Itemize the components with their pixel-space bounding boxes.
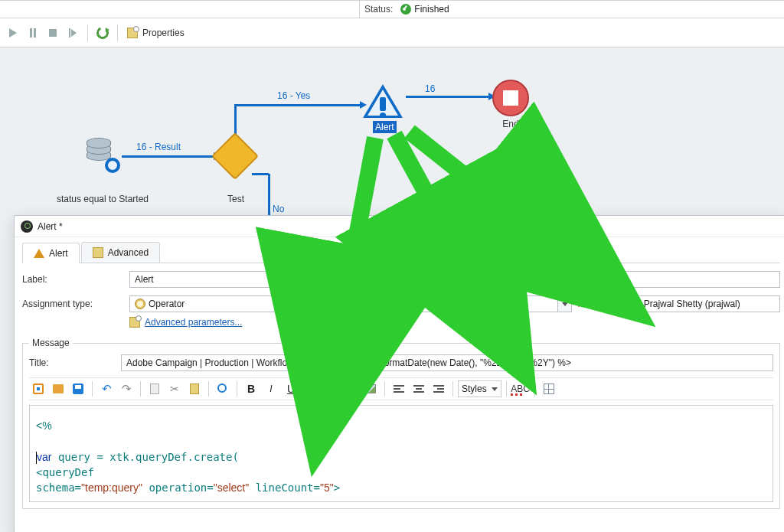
paste-button[interactable] — [185, 380, 204, 398]
tab-alert[interactable]: Alert — [22, 243, 80, 263]
node-query-label: status equal to Started — [49, 194, 156, 204]
separator — [92, 381, 93, 397]
toolbar-separator — [87, 24, 88, 41]
italic-button[interactable]: I — [262, 380, 280, 398]
link-icon — [345, 386, 356, 392]
tab-advanced[interactable]: Advanced — [81, 242, 160, 263]
title-input[interactable]: Adobe Campaign | Production | Workflow S… — [121, 354, 773, 371]
align-right-button[interactable] — [430, 380, 448, 398]
edge-test-no — [268, 174, 270, 215]
properties-icon — [127, 28, 138, 38]
step-icon — [69, 28, 77, 38]
status-value: Finished — [414, 4, 449, 15]
spellcheck-icon: ABC — [511, 383, 530, 394]
alert-dialog: Alert * Alert Advanced Label: Alert Assi… — [14, 215, 784, 532]
source-button[interactable] — [29, 380, 47, 398]
source-icon — [33, 383, 44, 394]
assignee-select[interactable]: Prajwal Shetty (prajwal) — [625, 295, 780, 312]
undo-icon: ↶ — [102, 382, 112, 396]
main-toolbar: Properties — [0, 18, 784, 47]
title-label: Title: — [29, 357, 121, 368]
cut-icon: ✂ — [170, 383, 179, 395]
edge-test-alert — [235, 104, 361, 106]
assignment-type-value: Operator — [149, 299, 185, 309]
edge-label: 16 - Yes — [277, 90, 310, 101]
node-alert[interactable] — [363, 84, 406, 121]
copy-button[interactable] — [145, 380, 164, 398]
label-input[interactable]: Alert — [129, 271, 780, 288]
table-button[interactable] — [540, 380, 558, 398]
dialog-tabs: Alert Advanced — [22, 242, 780, 263]
message-legend: Message — [29, 338, 73, 348]
separator — [384, 381, 385, 397]
properties-button[interactable]: Properties — [124, 24, 188, 41]
assignee-value: Prajwal Shetty (prajwal) — [644, 299, 740, 309]
edge-alert-end — [406, 96, 490, 98]
node-query[interactable] — [82, 135, 122, 175]
properties-icon — [93, 247, 103, 258]
separator — [140, 381, 141, 397]
pause-icon — [30, 28, 36, 38]
workflow-canvas[interactable]: 16 - Result 16 - Yes No 16 status equal … — [0, 47, 784, 216]
underline-button[interactable]: U — [282, 380, 300, 398]
list-button[interactable] — [322, 380, 340, 398]
editor-toolbar: ↶ ↷ ✂ B I U T Styl — [29, 377, 773, 400]
save-button[interactable] — [69, 380, 87, 398]
step-button[interactable] — [64, 24, 81, 41]
bold-icon: B — [247, 383, 255, 395]
play-button[interactable] — [5, 24, 21, 41]
node-end[interactable] — [492, 80, 529, 116]
image-button[interactable] — [361, 380, 380, 398]
code-line: var — [37, 451, 51, 463]
edge-label: 16 - Result — [136, 142, 181, 152]
node-test-label: Test — [214, 194, 257, 204]
separator — [452, 381, 453, 397]
folder-icon — [53, 384, 64, 393]
redo-button[interactable]: ↷ — [117, 380, 136, 398]
advanced-parameters-text[interactable]: Advanced parameters... — [145, 317, 242, 328]
toolbar-separator — [117, 24, 118, 41]
person-icon — [630, 299, 641, 309]
message-group: Message Title: Adobe Campaign | Producti… — [22, 338, 780, 509]
open-button[interactable] — [49, 380, 67, 398]
image-icon — [365, 384, 376, 393]
refresh-button[interactable] — [94, 24, 111, 41]
alert-icon-bang — [380, 97, 386, 111]
node-end-label: End — [495, 119, 526, 129]
status-bar: Status: Finished — [0, 0, 784, 18]
dialog-titlebar[interactable]: Alert * — [15, 216, 784, 237]
end-icon — [492, 80, 529, 116]
edge-start-test — [122, 155, 215, 158]
warning-icon — [34, 249, 44, 258]
assignment-type-select[interactable]: Operator — [129, 295, 558, 312]
find-button[interactable] — [214, 380, 232, 398]
align-left-button[interactable] — [390, 380, 408, 398]
assignment-type-label: Assignment type: — [22, 299, 129, 309]
cut-button[interactable]: ✂ — [165, 380, 184, 398]
advanced-parameters-link[interactable]: Advanced parameters... — [129, 317, 242, 328]
align-center-button[interactable] — [410, 380, 428, 398]
spellcheck-button[interactable]: ABC — [511, 380, 530, 398]
underline-icon: U — [287, 383, 295, 395]
separator — [237, 381, 237, 397]
message-editor[interactable]: <% var query = xtk.queryDef.create( <que… — [29, 405, 773, 502]
pause-button[interactable] — [24, 24, 41, 41]
undo-button[interactable]: ↶ — [97, 380, 116, 398]
status-label: Status: — [360, 4, 397, 15]
node-test[interactable] — [215, 136, 255, 176]
paste-icon — [190, 383, 199, 394]
separator — [506, 381, 507, 397]
styles-select[interactable]: Styles — [458, 380, 501, 397]
stop-icon — [49, 29, 57, 37]
text-color-button[interactable]: T — [302, 380, 320, 398]
bold-button[interactable]: B — [242, 380, 260, 398]
styles-label: Styles — [462, 383, 487, 394]
align-left-icon — [394, 385, 404, 393]
link-button[interactable] — [341, 380, 360, 398]
status-bar-left — [0, 1, 360, 18]
properties-label: Properties — [142, 28, 185, 38]
separator — [534, 381, 535, 397]
stop-button[interactable] — [44, 24, 61, 41]
align-center-icon — [413, 385, 424, 393]
assignment-type-dropdown[interactable] — [558, 295, 572, 312]
